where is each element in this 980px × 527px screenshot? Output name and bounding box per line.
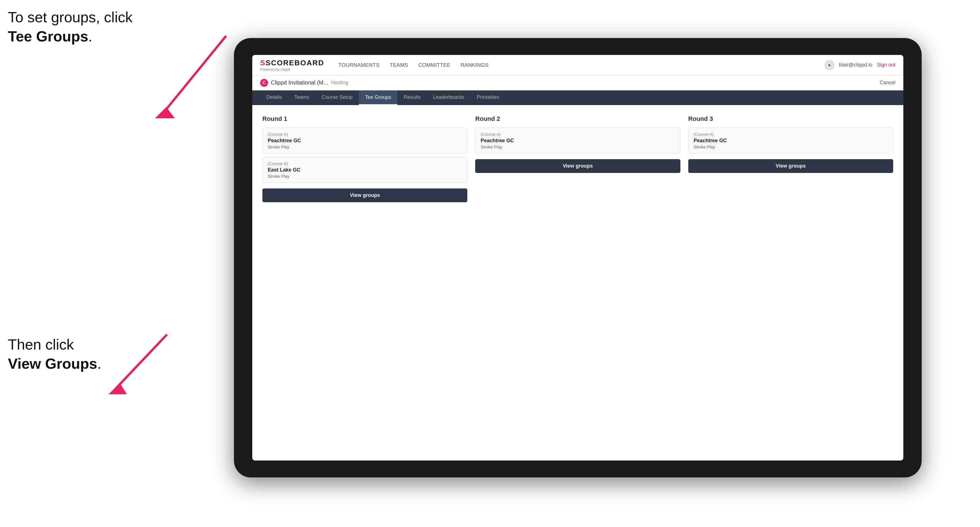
tab-printables[interactable]: Printables [471, 90, 505, 105]
svg-line-2 [116, 335, 166, 389]
round-1-course-a-label: (Course A) [268, 132, 462, 137]
arrow-view-groups-icon [88, 327, 186, 400]
cancel-button[interactable]: Cancel [880, 80, 896, 86]
round-3-title: Round 3 [688, 115, 893, 122]
tournament-header: C Clippd Invitational (M... Hosting Canc… [252, 75, 903, 90]
round-1-course-b-format: Stroke Play [268, 174, 462, 179]
logo-area: SSCOREBOARD Powered by clippd [260, 59, 324, 71]
sign-out-link[interactable]: Sign out [877, 62, 896, 68]
round-2-course-a-card: (Course A) Peachtree GC Stroke Play [475, 128, 680, 154]
rounds-container: Round 1 (Course A) Peachtree GC Stroke P… [262, 115, 893, 202]
tournament-status: Hosting [331, 80, 348, 86]
round-3-course-a-card: (Course A) Peachtree GC Stroke Play [688, 128, 893, 154]
tournament-logo: C [260, 79, 268, 87]
round-2-column: Round 2 (Course A) Peachtree GC Stroke P… [475, 115, 680, 202]
tab-leaderboards[interactable]: Leaderboards [427, 90, 471, 105]
tournament-name: Clippd Invitational (M... [271, 79, 328, 86]
main-content: Round 1 (Course A) Peachtree GC Stroke P… [252, 105, 903, 460]
top-nav: SSCOREBOARD Powered by clippd TOURNAMENT… [252, 55, 903, 75]
round-2-view-groups-button[interactable]: View groups [475, 159, 680, 173]
round-3-view-groups-button[interactable]: View groups [688, 159, 893, 173]
nav-left: SSCOREBOARD Powered by clippd TOURNAMENT… [260, 59, 488, 71]
round-1-course-b-name: East Lake GC [268, 167, 462, 173]
arrow-tee-groups-icon [107, 22, 248, 130]
tournament-title-area: C Clippd Invitational (M... Hosting [260, 79, 348, 87]
tab-teams[interactable]: Teams [288, 90, 315, 105]
round-2-course-a-label: (Course A) [480, 132, 675, 137]
logo-sub: Powered by clippd [260, 67, 290, 71]
round-3-course-a-format: Stroke Play [694, 144, 888, 149]
nav-right: ● blair@clippd.io Sign out [824, 60, 896, 70]
nav-teams[interactable]: TEAMS [390, 62, 408, 68]
round-1-course-b-card: (Course B) East Lake GC Stroke Play [262, 157, 467, 183]
round-3-course-a-label: (Course A) [694, 132, 888, 137]
round-1-course-a-name: Peachtree GC [268, 138, 462, 144]
tab-details[interactable]: Details [260, 90, 288, 105]
nav-rankings[interactable]: RANKINGS [461, 62, 488, 68]
tab-results[interactable]: Results [398, 90, 427, 105]
round-1-course-b-label: (Course B) [268, 161, 462, 166]
user-email: blair@clippd.io [839, 62, 872, 68]
nav-committee[interactable]: COMMITTEE [418, 62, 450, 68]
round-2-course-a-name: Peachtree GC [480, 138, 675, 144]
tab-bar: Details Teams Course Setup Tee Groups Re… [252, 90, 903, 105]
tab-course-setup[interactable]: Course Setup [315, 90, 359, 105]
svg-marker-3 [108, 383, 127, 394]
logo-text: SSCOREBOARD [260, 59, 324, 67]
tablet: SSCOREBOARD Powered by clippd TOURNAMENT… [234, 38, 922, 478]
round-3-column: Round 3 (Course A) Peachtree GC Stroke P… [688, 115, 893, 202]
nav-links: TOURNAMENTS TEAMS COMMITTEE RANKINGS [338, 62, 488, 68]
round-3-course-a-name: Peachtree GC [694, 138, 888, 144]
svg-line-0 [164, 37, 226, 113]
round-1-view-groups-button[interactable]: View groups [262, 189, 467, 202]
round-1-course-a-card: (Course A) Peachtree GC Stroke Play [262, 128, 467, 154]
round-1-title: Round 1 [262, 115, 467, 122]
tablet-screen: SSCOREBOARD Powered by clippd TOURNAMENT… [252, 55, 903, 460]
round-1-column: Round 1 (Course A) Peachtree GC Stroke P… [262, 115, 467, 202]
svg-marker-1 [155, 107, 175, 118]
round-2-title: Round 2 [475, 115, 680, 122]
user-avatar: ● [824, 60, 835, 70]
nav-tournaments[interactable]: TOURNAMENTS [338, 62, 379, 68]
round-1-course-a-format: Stroke Play [268, 144, 462, 149]
tab-tee-groups[interactable]: Tee Groups [359, 90, 398, 105]
round-2-course-a-format: Stroke Play [480, 144, 675, 149]
